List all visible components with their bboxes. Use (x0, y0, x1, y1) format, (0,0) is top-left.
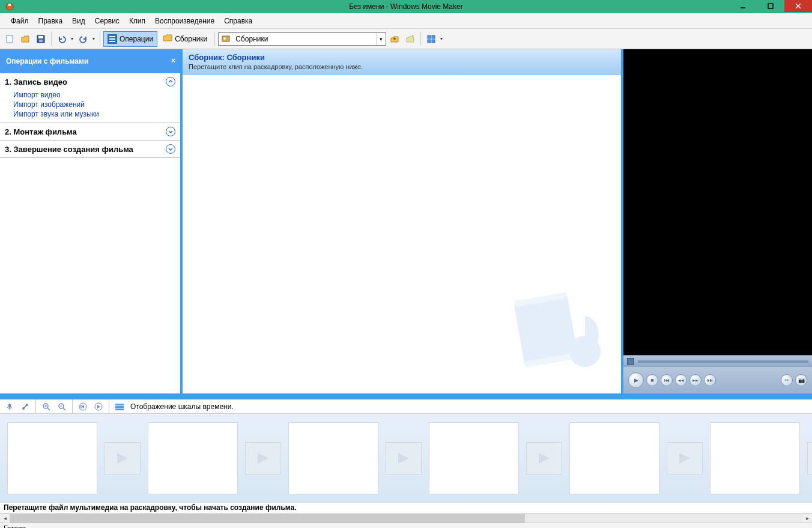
window-title: Без имени - Windows Movie Maker (349, 2, 462, 11)
step-fwd-button[interactable]: ▸▸ (689, 374, 701, 386)
task-section-record: 1. Запись видео Импорт видео Импорт изоб… (0, 73, 180, 123)
menu-playback[interactable]: Воспроизведение (150, 15, 219, 27)
storyboard-transition[interactable] (386, 442, 422, 475)
new-folder-button[interactable] (403, 32, 417, 46)
task-section-edit: 2. Монтаж фильма (0, 123, 180, 141)
next-button[interactable]: ⏭ (704, 374, 716, 386)
svg-rect-3 (768, 4, 773, 8)
redo-dropdown[interactable]: ▾ (91, 36, 97, 41)
stop-button[interactable]: ■ (646, 374, 658, 386)
tasks-icon (108, 34, 117, 44)
zoom-in-button[interactable] (39, 399, 53, 414)
task-section-edit-title: 2. Монтаж фильма (5, 127, 77, 136)
horizontal-scrollbar[interactable]: ◂ ▸ (0, 513, 812, 523)
task-section-finish-header[interactable]: 3. Завершение создания фильма (5, 144, 175, 154)
open-button[interactable] (18, 32, 32, 46)
play-button[interactable]: ▶ (628, 372, 644, 388)
storyboard-slot[interactable] (710, 422, 800, 494)
up-level-button[interactable] (387, 32, 402, 46)
storyboard-slot[interactable] (7, 422, 97, 494)
collections-toggle[interactable]: Сборники (159, 31, 211, 47)
menu-service[interactable]: Сервис (90, 15, 124, 27)
menu-edit[interactable]: Правка (34, 15, 68, 27)
redo-button[interactable] (76, 32, 91, 46)
tasks-pane: Операции с фильмами × 1. Запись видео Им… (0, 49, 180, 393)
narration-button[interactable] (2, 399, 17, 414)
new-button[interactable] (2, 32, 17, 46)
view-button[interactable] (424, 32, 438, 46)
svg-rect-1 (8, 4, 11, 6)
task-section-edit-header[interactable]: 2. Монтаж фильма (5, 127, 175, 136)
horizontal-splitter[interactable] (0, 393, 812, 399)
split-button[interactable]: ✂ (781, 374, 793, 386)
collection-combo[interactable]: Сборники ▾ (218, 32, 386, 46)
main-area: Операции с фильмами × 1. Запись видео Им… (0, 49, 812, 393)
svg-line-33 (63, 408, 65, 410)
link-import-audio[interactable]: Импорт звука или музыки (13, 109, 175, 119)
storyboard-slot[interactable] (288, 422, 378, 494)
tasks-header: Операции с фильмами × (0, 49, 180, 73)
menu-file[interactable]: Файл (6, 15, 34, 27)
status-text: Готово (4, 524, 26, 528)
menubar: Файл Правка Вид Сервис Клип Воспроизведе… (0, 13, 812, 29)
svg-rect-15 (428, 35, 431, 38)
storyboard-transition[interactable] (105, 442, 141, 475)
storyboard-slot[interactable] (429, 422, 519, 494)
save-button[interactable] (34, 32, 48, 46)
titlebar: Без имени - Windows Movie Maker (0, 0, 812, 13)
tasks-close-button[interactable]: × (171, 56, 175, 65)
app-icon (4, 1, 16, 13)
tasks-label: Операции (120, 35, 153, 43)
timeline-view-toggle[interactable] (112, 399, 127, 414)
undo-dropdown[interactable]: ▾ (69, 36, 75, 41)
step-back-button[interactable]: ◂◂ (675, 374, 687, 386)
storyboard-slot[interactable] (569, 422, 659, 494)
collection-combo-icon (221, 34, 232, 44)
zoom-out-button[interactable] (55, 399, 69, 414)
timeline-toggle-label[interactable]: Отображение шкалы времени. (130, 402, 234, 411)
snapshot-button[interactable]: 📷 (795, 374, 807, 386)
collections-label: Сборники (175, 35, 207, 43)
expand-icon (166, 144, 175, 154)
menu-help[interactable]: Справка (219, 15, 257, 27)
close-button[interactable] (784, 0, 812, 12)
view-dropdown[interactable]: ▾ (438, 36, 444, 41)
storyboard-transition[interactable] (807, 442, 812, 475)
maximize-button[interactable] (757, 0, 784, 12)
seek-track[interactable] (638, 360, 808, 363)
link-import-video[interactable]: Импорт видео (13, 90, 175, 100)
prev-button[interactable]: ⏮ (661, 374, 673, 386)
storyboard-slot[interactable] (148, 422, 238, 494)
minimize-button[interactable] (729, 0, 757, 12)
tasks-toggle[interactable]: Операции (103, 31, 157, 47)
play-timeline-button[interactable] (91, 399, 106, 414)
collection-subtitle: Перетащите клип на раскадровку, располож… (189, 63, 615, 70)
audio-levels-button[interactable] (18, 399, 32, 414)
scroll-right-button[interactable]: ▸ (802, 514, 812, 523)
collection-header: Сборник: Сборники Перетащите клип на рас… (183, 49, 621, 75)
task-section-record-header[interactable]: 1. Запись видео (5, 77, 175, 86)
storyboard-transition[interactable] (667, 442, 703, 475)
scroll-track[interactable] (10, 514, 802, 523)
tasks-header-title: Операции с фильмами (6, 57, 88, 65)
seek-bar[interactable] (623, 355, 812, 367)
storyboard-transition[interactable] (526, 442, 562, 475)
scroll-left-button[interactable]: ◂ (0, 514, 10, 523)
preview-controls: ▶ ■ ⏮ ◂◂ ▸▸ ⏭ ✂ 📷 (623, 355, 812, 393)
rewind-timeline-button[interactable] (76, 399, 90, 414)
storyboard[interactable] (0, 414, 812, 502)
storyboard-transition[interactable] (245, 442, 281, 475)
svg-rect-13 (222, 36, 229, 41)
svg-rect-16 (432, 35, 435, 38)
collection-combo-dropdown[interactable]: ▾ (376, 33, 386, 45)
undo-button[interactable] (55, 32, 69, 46)
task-section-finish: 3. Завершение создания фильма (0, 141, 180, 158)
status-bar: Готово (0, 523, 812, 528)
scroll-thumb[interactable] (10, 514, 525, 523)
menu-view[interactable]: Вид (67, 15, 90, 27)
svg-rect-10 (109, 36, 115, 37)
collection-pane: Сборник: Сборники Перетащите клип на рас… (180, 49, 623, 393)
link-import-images[interactable]: Импорт изображений (13, 100, 175, 109)
menu-clip[interactable]: Клип (124, 15, 150, 27)
svg-rect-8 (38, 36, 43, 38)
